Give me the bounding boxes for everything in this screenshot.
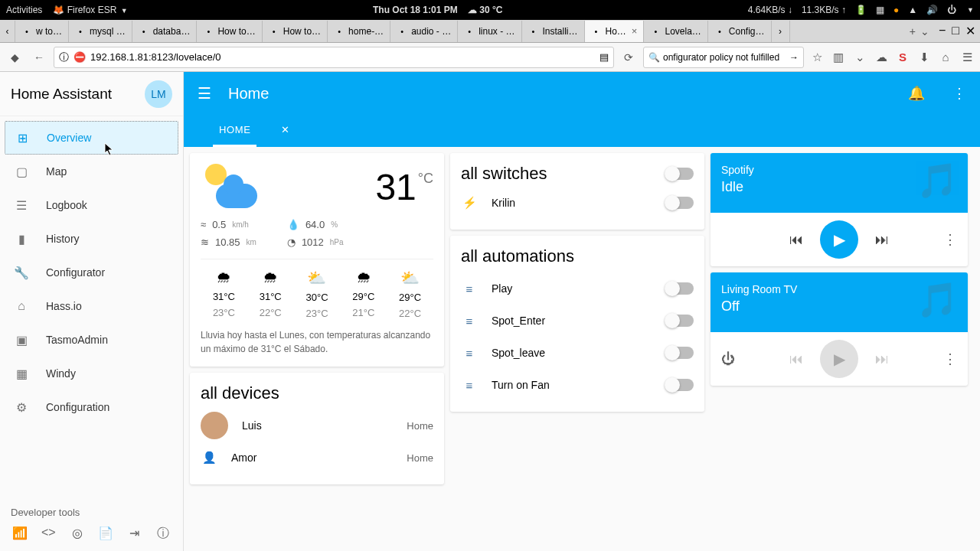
address-bar[interactable]: ⓘ ⛔ 192.168.1.81:8123/lovelace/0 ▤	[54, 47, 614, 68]
tray-icon[interactable]: ▦	[876, 5, 884, 15]
identity-icon[interactable]: ◆	[5, 47, 24, 67]
browser-tab[interactable]: •Lovela…	[644, 21, 707, 42]
automation-row: ≡Spot_Enter	[461, 305, 694, 337]
device-row[interactable]: LuisHome	[201, 409, 433, 442]
battery-icon[interactable]: 🔋	[855, 5, 867, 15]
browser-tab[interactable]: •audio - …	[390, 21, 458, 42]
app-menu[interactable]: 🦊 Firefox ESR ▼	[53, 5, 127, 15]
forecast-day: ⛅30°C23°C	[305, 269, 328, 319]
automation-toggle[interactable]	[666, 379, 694, 391]
browser-tab[interactable]: •w to…	[15, 21, 69, 42]
dev-remote-icon[interactable]: 📶	[11, 526, 29, 542]
info-icon[interactable]: ⓘ	[59, 51, 69, 64]
automation-row: ≡Spot_leave	[461, 337, 694, 369]
reload-button[interactable]: ⟳	[619, 47, 639, 67]
switches-title: all switches	[461, 164, 652, 184]
tab-unused[interactable]: ✕	[275, 115, 296, 147]
forecast-day: 🌧31°C22°C	[260, 269, 282, 319]
menu-icon[interactable]: ☰	[959, 51, 975, 64]
tray-dot-icon[interactable]: ●	[893, 5, 899, 15]
sidebar-item-overview[interactable]: ⊞Overview	[5, 121, 178, 155]
media-art-icon: 🎵	[916, 161, 959, 201]
volume-icon[interactable]: 🔊	[926, 5, 938, 15]
media-menu-icon[interactable]: ⋮	[943, 350, 957, 367]
sidebar-item-configuration[interactable]: ⚙Configuration	[5, 390, 178, 424]
tab-history-back[interactable]: ‹	[0, 21, 15, 42]
automation-toggle[interactable]	[666, 282, 694, 295]
dev-service-icon[interactable]: ⇥	[126, 526, 144, 542]
browser-tab[interactable]: •mysql …	[69, 21, 132, 42]
browser-tab[interactable]: •How to…	[197, 21, 262, 42]
switches-master-toggle[interactable]	[666, 168, 694, 180]
back-button[interactable]: ←	[29, 47, 49, 67]
sidebar-item-hassio[interactable]: ⌂Hass.io	[5, 289, 178, 323]
prev-track-icon[interactable]: ⏮	[789, 232, 803, 248]
favicon: •	[21, 26, 32, 37]
sidebar-item-configurator[interactable]: 🔧Configurator	[5, 256, 178, 289]
hamburger-icon[interactable]: ☰	[198, 84, 211, 103]
pocket-icon[interactable]: ⌄	[851, 51, 868, 64]
next-track-icon[interactable]: ⏭	[875, 232, 889, 248]
notifications-icon[interactable]: 🔔	[908, 85, 925, 102]
browser-tab[interactable]: •Config…	[708, 21, 772, 42]
ha-app-bar: ☰ Home 🔔 ⋮	[184, 72, 980, 115]
automation-row: ≡Play	[461, 272, 694, 305]
search-bar[interactable]: 🔍 onfigurator policy not fulfilled →	[643, 47, 804, 68]
nav-icon: ▦	[14, 367, 29, 381]
prev-track-icon: ⏮	[789, 351, 803, 367]
user-avatar[interactable]: LM	[145, 80, 172, 108]
automation-icon: ≡	[461, 379, 478, 392]
overflow-menu-icon[interactable]: ⋮	[952, 85, 966, 102]
forecast-day: ⛅29°C22°C	[399, 269, 421, 319]
favicon: •	[269, 26, 279, 37]
favicon: •	[203, 26, 214, 37]
nav-icon: ▣	[14, 333, 29, 347]
browser-tab[interactable]: •databa…	[132, 21, 198, 42]
close-window-button[interactable]: ✕	[965, 24, 975, 38]
switch-toggle[interactable]	[666, 197, 694, 209]
tabs-dropdown[interactable]: ⌄	[920, 25, 929, 37]
close-tab-icon[interactable]: ×	[632, 25, 638, 37]
play-button[interactable]: ▶	[820, 220, 858, 259]
power-icon[interactable]: ⏻	[721, 351, 735, 367]
device-row[interactable]: 👤AmorHome	[201, 442, 433, 474]
automation-toggle[interactable]	[666, 347, 694, 359]
activities-menu[interactable]: Activities	[6, 5, 42, 15]
browser-tab[interactable]: •Installi…	[522, 21, 585, 42]
browser-tab[interactable]: •home-…	[328, 21, 390, 42]
clock[interactable]: Thu Oct 18 1:01 PM ☁ 30 °C	[128, 5, 748, 15]
sidebar-item-tasmoadmin[interactable]: ▣TasmoAdmin	[5, 323, 178, 357]
minimize-button[interactable]: −	[939, 24, 946, 38]
new-tab-button[interactable]: +	[910, 25, 916, 37]
browser-tab[interactable]: •linux - …	[458, 21, 521, 42]
browser-tab[interactable]: •Ho…×	[585, 21, 645, 42]
reader-icon[interactable]: ▤	[599, 51, 609, 63]
network-icon[interactable]: ▲	[908, 5, 917, 15]
favicon: •	[75, 26, 86, 37]
extension-s-icon[interactable]: S	[894, 51, 911, 64]
automation-toggle[interactable]	[666, 315, 694, 327]
nav-label: Map	[46, 165, 67, 178]
sidebar-item-logbook[interactable]: ☰Logbook	[5, 188, 178, 222]
dev-radio-icon[interactable]: ◎	[68, 526, 87, 542]
ha-title: Home Assistant	[11, 86, 112, 103]
dev-file-icon[interactable]: 📄	[97, 526, 116, 542]
home-icon[interactable]: ⌂	[937, 51, 954, 64]
search-engine-icon[interactable]: 🔍	[648, 52, 660, 63]
sidebar-item-windy[interactable]: ▦Windy	[5, 357, 178, 390]
maximize-button[interactable]: □	[952, 24, 959, 38]
browser-tab[interactable]: •How to…	[263, 21, 328, 42]
downloads-icon[interactable]: ⬇	[916, 51, 933, 64]
dev-info-icon[interactable]: ⓘ	[155, 526, 173, 542]
bookmark-star-icon[interactable]: ☆	[808, 51, 825, 64]
sidebar-item-history[interactable]: ▮History	[5, 222, 178, 256]
account-icon[interactable]: ☁	[873, 51, 890, 64]
play-button: ▶	[820, 340, 858, 378]
tab-overflow[interactable]: ›	[772, 21, 790, 42]
dev-code-icon[interactable]: <>	[40, 526, 58, 542]
library-icon[interactable]: ▥	[830, 51, 847, 64]
tab-home[interactable]: HOME	[213, 115, 256, 147]
sidebar-item-map[interactable]: ▢Map	[5, 155, 178, 188]
power-icon[interactable]: ⏻	[947, 5, 956, 15]
media-menu-icon[interactable]: ⋮	[943, 231, 957, 248]
